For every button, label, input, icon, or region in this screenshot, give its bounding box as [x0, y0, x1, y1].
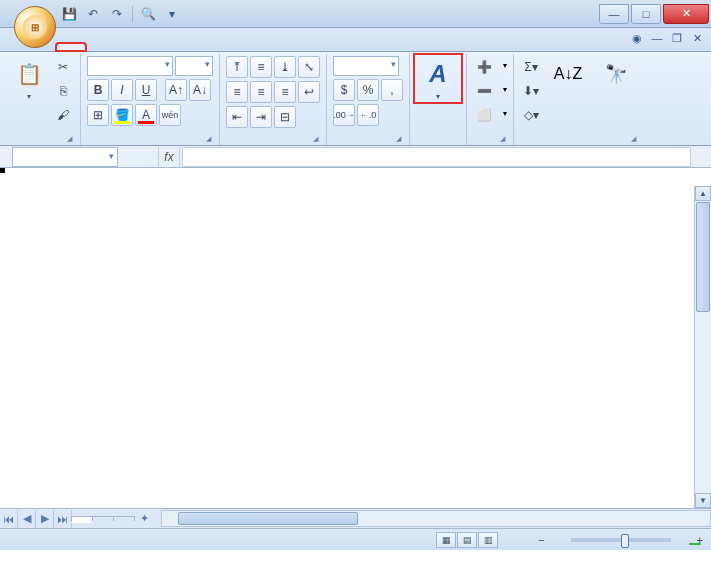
- help-icon[interactable]: ◉: [629, 30, 645, 46]
- worksheet-grid[interactable]: ▲ ▼: [0, 168, 711, 508]
- tab-review[interactable]: [198, 44, 226, 51]
- first-sheet-icon[interactable]: ⏮: [0, 510, 18, 528]
- formula-input[interactable]: [182, 147, 691, 167]
- vertical-scrollbar[interactable]: ▲ ▼: [694, 186, 711, 508]
- group-label-number: [333, 142, 403, 145]
- orientation-button[interactable]: ⤡: [298, 56, 320, 78]
- percent-button[interactable]: %: [357, 79, 379, 101]
- page-layout-view-icon[interactable]: ▤: [457, 532, 477, 548]
- format-painter-icon[interactable]: 🖌: [52, 104, 74, 126]
- align-top-button[interactable]: ⤒: [226, 56, 248, 78]
- scroll-up-icon[interactable]: ▲: [695, 186, 711, 201]
- prev-sheet-icon[interactable]: ◀: [18, 510, 36, 528]
- insert-cells-button[interactable]: ➕▾: [473, 56, 507, 78]
- group-label-alignment: [226, 142, 320, 145]
- name-box[interactable]: [12, 147, 118, 167]
- group-clipboard: 📋 ▾ ✂ ⎘ 🖌: [4, 54, 81, 145]
- last-sheet-icon[interactable]: ⏭: [54, 510, 72, 528]
- redo-icon[interactable]: ↷: [108, 5, 126, 23]
- decrease-indent-button[interactable]: ⇤: [226, 106, 248, 128]
- clear-button[interactable]: ◇▾: [520, 104, 542, 126]
- font-name-combo[interactable]: [87, 56, 173, 76]
- borders-button[interactable]: ⊞: [87, 104, 109, 126]
- group-label-cells: [473, 142, 507, 145]
- format-icon: ⬜: [473, 104, 495, 126]
- align-bottom-button[interactable]: ⤓: [274, 56, 296, 78]
- view-buttons[interactable]: ▦ ▤ ▥: [436, 532, 498, 548]
- group-label-font: [87, 142, 213, 145]
- horizontal-scrollbar[interactable]: [161, 510, 711, 527]
- tab-home[interactable]: [56, 43, 86, 51]
- bold-button[interactable]: B: [87, 79, 109, 101]
- office-button[interactable]: ⊞: [14, 6, 56, 48]
- page-break-view-icon[interactable]: ▥: [478, 532, 498, 548]
- binoculars-icon: 🔭: [600, 58, 632, 90]
- doc-close-icon[interactable]: ✕: [689, 30, 705, 46]
- tab-insert[interactable]: [86, 44, 114, 51]
- formula-bar: fx: [0, 146, 711, 168]
- format-cells-button[interactable]: ⬜▾: [473, 104, 507, 126]
- cut-icon[interactable]: ✂: [52, 56, 74, 78]
- print-preview-icon[interactable]: 🔍: [139, 5, 157, 23]
- sheet-tab-1[interactable]: [71, 516, 93, 523]
- zoom-in-button[interactable]: +: [697, 534, 703, 546]
- scroll-down-icon[interactable]: ▼: [695, 493, 711, 508]
- find-select-button[interactable]: 🔭: [594, 56, 638, 92]
- copy-icon[interactable]: ⎘: [52, 80, 74, 102]
- scroll-thumb[interactable]: [696, 202, 710, 312]
- sheet-tab-3[interactable]: [113, 516, 135, 521]
- align-middle-button[interactable]: ≡: [250, 56, 272, 78]
- normal-view-icon[interactable]: ▦: [436, 532, 456, 548]
- align-center-button[interactable]: ≡: [250, 81, 272, 103]
- zoom-out-button[interactable]: −: [538, 534, 544, 546]
- increase-indent-button[interactable]: ⇥: [250, 106, 272, 128]
- shrink-font-button[interactable]: A↓: [189, 79, 211, 101]
- close-button[interactable]: ✕: [663, 4, 709, 24]
- sheet-tab-bar: ⏮ ◀ ▶ ⏭ ✦: [0, 508, 711, 528]
- undo-icon[interactable]: ↶: [84, 5, 102, 23]
- sort-filter-button[interactable]: A↓Z: [546, 56, 590, 92]
- tab-data[interactable]: [170, 44, 198, 51]
- tab-formulas[interactable]: [142, 44, 170, 51]
- accounting-button[interactable]: $: [333, 79, 355, 101]
- increase-decimal-button[interactable]: .00→: [333, 104, 355, 126]
- group-alignment: ⤒ ≡ ⤓ ⤡ ≡ ≡ ≡ ↩ ⇤ ⇥ ⊟: [220, 54, 327, 145]
- paste-button[interactable]: 📋 ▾: [10, 56, 48, 101]
- sheet-tab-2[interactable]: [92, 516, 114, 521]
- zoom-slider[interactable]: [571, 538, 671, 542]
- phonetic-button[interactable]: wén: [159, 104, 181, 126]
- doc-minimize-icon[interactable]: —: [649, 30, 665, 46]
- italic-button[interactable]: I: [111, 79, 133, 101]
- fill-color-button[interactable]: 🪣: [111, 104, 133, 126]
- align-right-button[interactable]: ≡: [274, 81, 296, 103]
- tab-page-layout[interactable]: [114, 44, 142, 51]
- group-font: B I U A↑ A↓ ⊞ 🪣 A wén: [81, 54, 220, 145]
- quick-access-toolbar: 💾 ↶ ↷ 🔍 ▾: [60, 5, 181, 23]
- underline-button[interactable]: U: [135, 79, 157, 101]
- number-format-combo[interactable]: [333, 56, 399, 76]
- next-sheet-icon[interactable]: ▶: [36, 510, 54, 528]
- new-sheet-icon[interactable]: ✦: [135, 510, 153, 528]
- save-icon[interactable]: 💾: [60, 5, 78, 23]
- align-left-button[interactable]: ≡: [226, 81, 248, 103]
- fx-button[interactable]: fx: [158, 147, 180, 167]
- fill-button[interactable]: ⬇▾: [520, 80, 542, 102]
- maximize-button[interactable]: □: [631, 4, 661, 24]
- font-color-button[interactable]: A: [135, 104, 157, 126]
- decrease-decimal-button[interactable]: ←.0: [357, 104, 379, 126]
- group-label-clipboard: [10, 142, 74, 145]
- font-size-combo[interactable]: [175, 56, 213, 76]
- doc-restore-icon[interactable]: ❐: [669, 30, 685, 46]
- minimize-button[interactable]: —: [599, 4, 629, 24]
- sort-icon: A↓Z: [552, 58, 584, 90]
- styles-button[interactable]: A ▾: [416, 56, 460, 101]
- qat-dropdown-icon[interactable]: ▾: [163, 5, 181, 23]
- tab-view[interactable]: [226, 44, 254, 51]
- group-editing: Σ▾ ⬇▾ ◇▾ A↓Z 🔭: [514, 54, 644, 145]
- autosum-button[interactable]: Σ▾: [520, 56, 542, 78]
- wrap-text-button[interactable]: ↩: [298, 81, 320, 103]
- merge-button[interactable]: ⊟: [274, 106, 296, 128]
- delete-cells-button[interactable]: ➖▾: [473, 80, 507, 102]
- grow-font-button[interactable]: A↑: [165, 79, 187, 101]
- comma-button[interactable]: ,: [381, 79, 403, 101]
